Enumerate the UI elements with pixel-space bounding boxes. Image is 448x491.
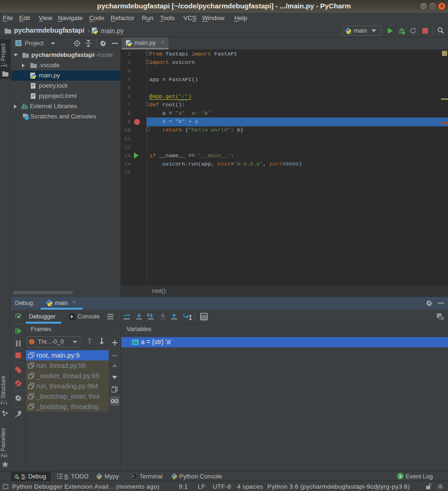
svg-text:3: 3 xyxy=(399,474,401,479)
svg-text:01: 01 xyxy=(133,340,138,345)
